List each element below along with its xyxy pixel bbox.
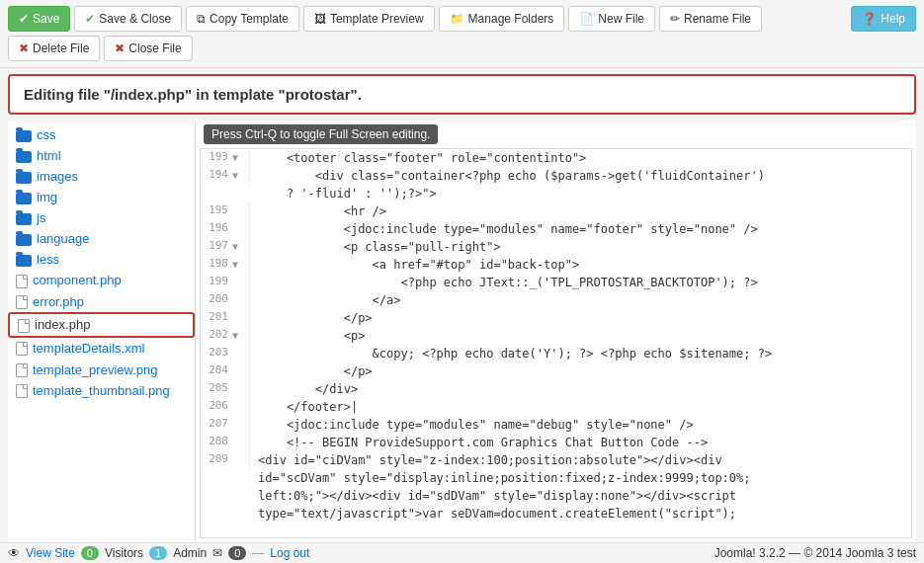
tree-item-js[interactable]: js — [8, 207, 195, 228]
help-label: Help — [881, 12, 905, 26]
view-site-label[interactable]: View Site — [26, 546, 75, 560]
delete-icon: ✖ — [19, 41, 29, 55]
code-line: 205 </div> — [201, 380, 911, 398]
admin-icon: ✉ — [212, 546, 222, 560]
code-line: ? '-fluid' : '');?>"> — [201, 185, 911, 202]
copy-template-button[interactable]: ⧉ Copy Template — [186, 6, 299, 32]
tree-item-label: img — [37, 190, 57, 204]
line-gutter: 208 — [201, 434, 250, 450]
save-close-button[interactable]: ✔ Save & Close — [74, 6, 182, 32]
rename-file-label: Rename File — [684, 12, 751, 26]
tree-item-css[interactable]: css — [8, 124, 195, 145]
tree-item-label: language — [37, 231, 90, 246]
tree-item-label: css — [37, 127, 56, 142]
file-icon — [16, 362, 28, 377]
save-close-label: Save & Close — [99, 12, 171, 26]
tree-item-img[interactable]: img — [8, 187, 195, 207]
line-gutter: 195 — [201, 202, 250, 219]
tree-item-images[interactable]: images — [8, 166, 195, 187]
manage-folders-label: Manage Folders — [468, 12, 554, 26]
line-number: 200 — [201, 291, 232, 308]
new-file-button[interactable]: 📄 New File — [568, 6, 655, 32]
line-content: <jdoc:include type="modules" name="foote… — [250, 220, 911, 238]
manage-folders-button[interactable]: 📁 Manage Folders — [439, 6, 565, 32]
file-icon — [18, 317, 30, 333]
line-number: 197 — [201, 238, 232, 255]
template-preview-label: Template Preview — [330, 12, 424, 26]
line-number: 193 — [201, 149, 232, 166]
line-gutter: 205 — [201, 380, 250, 397]
copy-icon: ⧉ — [197, 12, 206, 26]
line-number: 209 — [201, 451, 232, 468]
rename-file-button[interactable]: ✏ Rename File — [659, 6, 762, 32]
line-content: <p class="pull-right"> — [250, 238, 911, 256]
code-line: 198▼ <a href="#top" id="back-top"> — [201, 256, 911, 274]
line-content: <hr /> — [250, 202, 911, 220]
fold-button[interactable]: ▼ — [232, 168, 242, 183]
code-line: 208 <!-- BEGIN ProvideSupport.com Graphi… — [201, 434, 911, 451]
fold-button[interactable]: ▼ — [232, 150, 242, 165]
code-line: 207 <jdoc:include type="modules" name="d… — [201, 416, 911, 434]
visitors-count-badge: 1 — [149, 546, 167, 560]
line-content: <tooter class="footer" role="contentinto… — [250, 149, 911, 167]
tree-item-templateDetails-xml[interactable]: templateDetails.xml — [8, 338, 195, 360]
line-gutter: 194▼ — [201, 167, 250, 184]
line-content: <?php echo JText::_('TPL_PROTOSTAR_BACKT… — [250, 274, 911, 291]
line-gutter: 196 — [201, 220, 250, 237]
line-gutter: 193▼ — [201, 149, 250, 166]
code-line: 194▼ <div class="container<?php echo ($p… — [201, 167, 911, 185]
new-file-label: New File — [598, 12, 644, 26]
line-number: 196 — [201, 220, 232, 237]
tree-item-template_preview-png[interactable]: template_preview.png — [8, 359, 195, 380]
save-button[interactable]: ✔ Save — [8, 6, 70, 32]
visitors-badge: 0 — [81, 546, 99, 560]
help-button[interactable]: ❓ Help — [851, 6, 916, 32]
line-content: </p> — [250, 309, 911, 327]
code-line: 204 </p> — [201, 362, 911, 380]
file-icon — [16, 294, 28, 310]
file-icon — [16, 341, 28, 357]
visitors-label: Visitors — [105, 546, 143, 560]
line-gutter: 198▼ — [201, 256, 250, 273]
line-content: type="text/javascript">var seDVam=docume… — [250, 505, 911, 523]
preview-icon: 🖼 — [314, 12, 326, 26]
code-line: 201 </p> — [201, 309, 911, 327]
delete-file-button[interactable]: ✖ Delete File — [8, 36, 100, 61]
tree-item-error-php[interactable]: error.php — [8, 291, 195, 313]
tree-item-label: template_preview.png — [33, 362, 157, 377]
line-content: <div id="ciDVam" style="z-index:100;posi… — [250, 451, 911, 469]
tree-item-less[interactable]: less — [8, 249, 195, 270]
editor-hint: Press Ctrl-Q to toggle Full Screen editi… — [204, 124, 438, 144]
fold-button[interactable]: ▼ — [232, 239, 242, 254]
fold-button[interactable]: ▼ — [232, 257, 242, 272]
folder-icon — [16, 190, 32, 204]
fold-button[interactable]: ▼ — [232, 328, 242, 343]
close-file-button[interactable]: ✖ Close File — [104, 36, 192, 61]
line-number: 204 — [201, 362, 232, 379]
code-line: 199 <?php echo JText::_('TPL_PROTOSTAR_B… — [201, 274, 911, 291]
logout-label[interactable]: Log out — [270, 546, 309, 560]
toolbar-row2: ✖ Delete File ✖ Close File — [8, 36, 916, 61]
tree-item-component-php[interactable]: component.php — [8, 270, 195, 291]
tree-item-html[interactable]: html — [8, 145, 195, 166]
line-number: 208 — [201, 434, 232, 450]
tree-item-language[interactable]: language — [8, 228, 195, 249]
tree-item-index-php[interactable]: index.php — [8, 312, 195, 338]
line-gutter: 204 — [201, 362, 250, 379]
line-number: 195 — [201, 202, 232, 219]
admin-label: Admin — [173, 546, 207, 560]
line-number: 194 — [201, 167, 232, 184]
template-preview-button[interactable]: 🖼 Template Preview — [303, 6, 435, 32]
version-text: Joomla! 3.2.2 — [714, 546, 786, 560]
line-number: 201 — [201, 309, 232, 326]
code-line: type="text/javascript">var seDVam=docume… — [201, 505, 911, 523]
line-content: &copy; <?php echo date('Y'); ?> <?php ec… — [250, 345, 911, 362]
rename-icon: ✏ — [670, 12, 680, 26]
tree-item-label: less — [37, 252, 59, 267]
delete-file-label: Delete File — [33, 41, 89, 55]
code-area[interactable]: 193▼ <tooter class="footer" role="conten… — [200, 148, 912, 538]
tree-item-template_thumbnail-png[interactable]: template_thumbnail.png — [8, 380, 195, 402]
folder-icon — [16, 231, 32, 246]
line-gutter: 200 — [201, 291, 250, 308]
help-icon: ❓ — [862, 12, 877, 26]
